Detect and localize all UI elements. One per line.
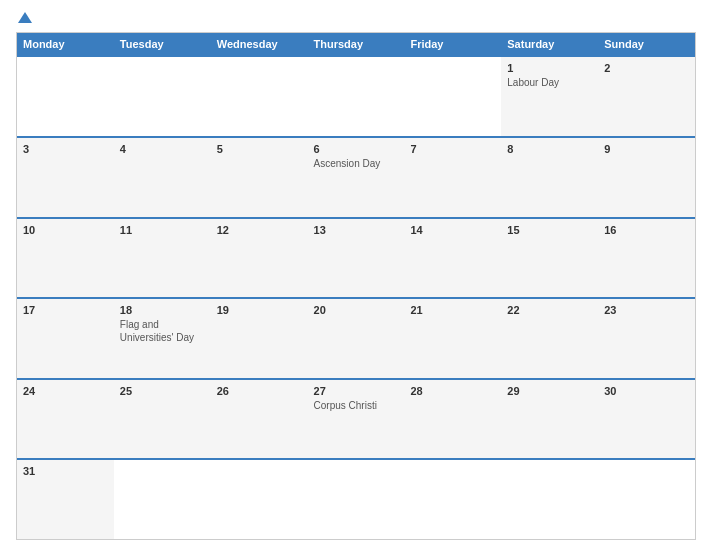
day-number: 11: [120, 224, 205, 236]
day-number: 5: [217, 143, 302, 155]
day-number: 30: [604, 385, 689, 397]
day-number: 13: [314, 224, 399, 236]
calendar-row-5: 31: [17, 458, 695, 539]
logo: [16, 10, 32, 24]
calendar-cell: 15: [501, 219, 598, 298]
calendar-cell: 5: [211, 138, 308, 217]
calendar-cell: 21: [404, 299, 501, 378]
day-number: 18: [120, 304, 205, 316]
header: [16, 10, 696, 24]
day-number: 17: [23, 304, 108, 316]
day-number: 16: [604, 224, 689, 236]
calendar-cell: 20: [308, 299, 405, 378]
day-number: 25: [120, 385, 205, 397]
day-number: 31: [23, 465, 108, 477]
day-number: 14: [410, 224, 495, 236]
calendar-cell: [598, 460, 695, 539]
calendar-row-3: 1718Flag and Universities' Day1920212223: [17, 297, 695, 378]
logo-triangle-icon: [18, 12, 32, 23]
day-number: 9: [604, 143, 689, 155]
calendar-cell: 28: [404, 380, 501, 459]
calendar-row-1: 3456Ascension Day789: [17, 136, 695, 217]
day-header-monday: Monday: [17, 33, 114, 55]
day-number: 4: [120, 143, 205, 155]
calendar-cell: 6Ascension Day: [308, 138, 405, 217]
calendar-cell: 23: [598, 299, 695, 378]
calendar-cell: 19: [211, 299, 308, 378]
calendar-cell: 27Corpus Christi: [308, 380, 405, 459]
calendar-cell: 9: [598, 138, 695, 217]
day-header-friday: Friday: [404, 33, 501, 55]
calendar-row-4: 24252627Corpus Christi282930: [17, 378, 695, 459]
calendar-cell: [17, 57, 114, 136]
calendar-page: MondayTuesdayWednesdayThursdayFridaySatu…: [0, 0, 712, 550]
day-header-sunday: Sunday: [598, 33, 695, 55]
calendar-cell: 31: [17, 460, 114, 539]
calendar-cell: 10: [17, 219, 114, 298]
calendar-cell: 22: [501, 299, 598, 378]
calendar-cell: [114, 460, 211, 539]
day-number: 23: [604, 304, 689, 316]
day-number: 3: [23, 143, 108, 155]
calendar-cell: [308, 57, 405, 136]
calendar-cell: 12: [211, 219, 308, 298]
day-header-wednesday: Wednesday: [211, 33, 308, 55]
calendar-cell: [404, 57, 501, 136]
calendar-row-2: 10111213141516: [17, 217, 695, 298]
day-number: 2: [604, 62, 689, 74]
calendar-cell: 30: [598, 380, 695, 459]
calendar-cell: [211, 57, 308, 136]
day-header-tuesday: Tuesday: [114, 33, 211, 55]
calendar-cell: [404, 460, 501, 539]
logo-line1: [16, 10, 32, 24]
day-number: 24: [23, 385, 108, 397]
day-number: 1: [507, 62, 592, 74]
calendar-cell: 1Labour Day: [501, 57, 598, 136]
day-number: 6: [314, 143, 399, 155]
calendar-cell: [114, 57, 211, 136]
day-number: 20: [314, 304, 399, 316]
day-header-saturday: Saturday: [501, 33, 598, 55]
calendar-cell: 24: [17, 380, 114, 459]
holiday-name: Corpus Christi: [314, 399, 399, 412]
holiday-name: Labour Day: [507, 76, 592, 89]
day-number: 10: [23, 224, 108, 236]
calendar-cell: 17: [17, 299, 114, 378]
calendar-cell: 11: [114, 219, 211, 298]
calendar-cell: 7: [404, 138, 501, 217]
calendar-cell: 26: [211, 380, 308, 459]
day-number: 27: [314, 385, 399, 397]
day-number: 21: [410, 304, 495, 316]
day-number: 8: [507, 143, 592, 155]
day-number: 12: [217, 224, 302, 236]
holiday-name: Flag and Universities' Day: [120, 318, 205, 344]
calendar: MondayTuesdayWednesdayThursdayFridaySatu…: [16, 32, 696, 540]
day-number: 22: [507, 304, 592, 316]
calendar-body: 1Labour Day23456Ascension Day78910111213…: [17, 55, 695, 539]
calendar-cell: [501, 460, 598, 539]
holiday-name: Ascension Day: [314, 157, 399, 170]
calendar-cell: 8: [501, 138, 598, 217]
calendar-cell: 29: [501, 380, 598, 459]
calendar-header: MondayTuesdayWednesdayThursdayFridaySatu…: [17, 33, 695, 55]
calendar-cell: [308, 460, 405, 539]
day-header-thursday: Thursday: [308, 33, 405, 55]
calendar-cell: 18Flag and Universities' Day: [114, 299, 211, 378]
calendar-cell: 3: [17, 138, 114, 217]
calendar-cell: 25: [114, 380, 211, 459]
calendar-cell: 13: [308, 219, 405, 298]
day-number: 15: [507, 224, 592, 236]
calendar-cell: 4: [114, 138, 211, 217]
calendar-cell: 2: [598, 57, 695, 136]
day-number: 26: [217, 385, 302, 397]
calendar-cell: [211, 460, 308, 539]
day-number: 7: [410, 143, 495, 155]
day-number: 29: [507, 385, 592, 397]
calendar-cell: 14: [404, 219, 501, 298]
calendar-row-0: 1Labour Day2: [17, 55, 695, 136]
day-number: 19: [217, 304, 302, 316]
day-number: 28: [410, 385, 495, 397]
calendar-cell: 16: [598, 219, 695, 298]
